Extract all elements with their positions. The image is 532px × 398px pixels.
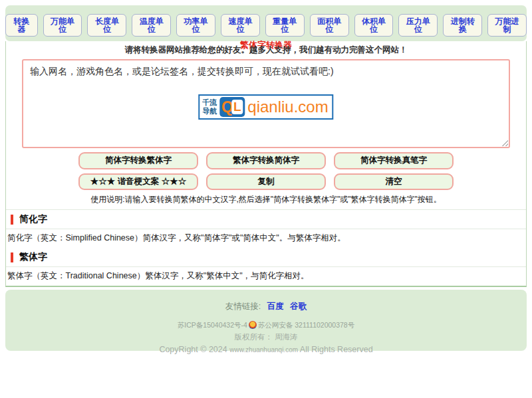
icp-filing-line: 苏ICP备15040432号-4苏公网安备 32111102000378号: [5, 321, 527, 330]
copyright-domain: www.zhuanhuanqi.com: [229, 346, 298, 353]
nav-item-area-unit[interactable]: 面积单位: [310, 14, 349, 37]
nav-item-weight-unit[interactable]: 重量单位: [265, 14, 305, 37]
simplified-to-traditional-button[interactable]: 简体字转换繁体字: [78, 152, 198, 169]
nav-item-pressure-unit[interactable]: 压力单位: [398, 14, 438, 37]
section-head-simplified: 简化字: [6, 210, 526, 229]
header-panel: 转换器 万能单位 长度单位 温度单位 功率单位 速度单位 重量单位 面积单位 体…: [5, 5, 527, 41]
copyright-line: CopyRight © 2024 www.zhuanhuanqi.com All…: [5, 345, 527, 354]
nav-item-universal-unit[interactable]: 万能单位: [43, 14, 82, 37]
nav-item-universal-radix[interactable]: 万能进制: [487, 14, 527, 37]
nav-item-temperature-unit[interactable]: 温度单位: [132, 14, 171, 37]
police-filing-number: 苏公网安备 32111102000378号: [258, 321, 354, 329]
section-marker-bar: [11, 215, 13, 225]
friend-link-google[interactable]: 谷歌: [290, 302, 307, 311]
section-marker-bar: [11, 252, 13, 262]
homophone-meme-button[interactable]: ★☆★ 谐音梗文案 ☆★☆: [78, 173, 198, 191]
icp-number: 苏ICP备15040432号-4: [178, 321, 247, 329]
nav-item-radix-convert[interactable]: 进制转换: [443, 14, 482, 37]
copyright-suffix: All Rights Reserved: [300, 345, 373, 354]
section-body-simplified: 简化字（英文：Simplified Chinese）简体汉字，又称"简体字"或"…: [6, 229, 526, 248]
convert-buttons-row2: ★☆★ 谐音梗文案 ☆★☆ 复制 清空: [6, 173, 526, 191]
section-title-traditional: 繁体字: [19, 251, 47, 263]
footer-panel: 友情链接: 百度 谷歌 苏ICP备15040432号-4苏公网安备 321111…: [5, 290, 527, 351]
copyright-owner: 版权所有： 周海涛: [5, 332, 527, 342]
converter-input-area: 千流 导航 Q L qianliu.com: [22, 59, 510, 148]
nav-item-length-unit[interactable]: 长度单位: [87, 14, 126, 37]
top-nav: 转换器 万能单位 长度单位 温度单位 功率单位 速度单位 重量单位 面积单位 体…: [5, 14, 527, 37]
section-body-traditional: 繁体字（英文：Traditional Chinese）繁体汉字，又称"繁体中文"…: [6, 266, 526, 286]
content-box: 请将转换器网站推荐给您的好友。越多人支持，我们越有动力完善这个网站！ 千流 导航…: [5, 41, 527, 287]
police-badge-icon: [249, 321, 257, 329]
copy-button[interactable]: 复制: [206, 173, 326, 191]
section-title-simplified: 简化字: [19, 213, 47, 225]
nav-item-volume-unit[interactable]: 体积单位: [354, 14, 394, 37]
friend-links-line: 友情链接: 百度 谷歌: [5, 301, 527, 312]
simplified-to-zhenbi-button[interactable]: 简体字转换真笔字: [334, 152, 454, 169]
usage-instructions: 使用说明:请输入要转换简繁体的中文汉字,然后选择"简体字转换繁体字"或"繁体字转…: [6, 194, 526, 205]
section-head-traditional: 繁体字: [6, 248, 526, 266]
convert-buttons-row1: 简体字转换繁体字 繁体字转换简体字 简体字转换真笔字: [6, 152, 526, 169]
nav-item-power-unit[interactable]: 功率单位: [176, 14, 215, 37]
traditional-to-simplified-button[interactable]: 繁体字转换简体字: [206, 152, 326, 169]
conversion-text-input[interactable]: [22, 59, 510, 148]
copyright-prefix: CopyRight © 2024: [159, 345, 227, 354]
clear-button[interactable]: 清空: [334, 173, 454, 191]
friend-links-label: 友情链接:: [225, 302, 261, 311]
nav-item-converter[interactable]: 转换器: [5, 14, 38, 37]
nav-item-speed-unit[interactable]: 速度单位: [221, 14, 260, 37]
friend-link-baidu[interactable]: 百度: [267, 302, 284, 311]
